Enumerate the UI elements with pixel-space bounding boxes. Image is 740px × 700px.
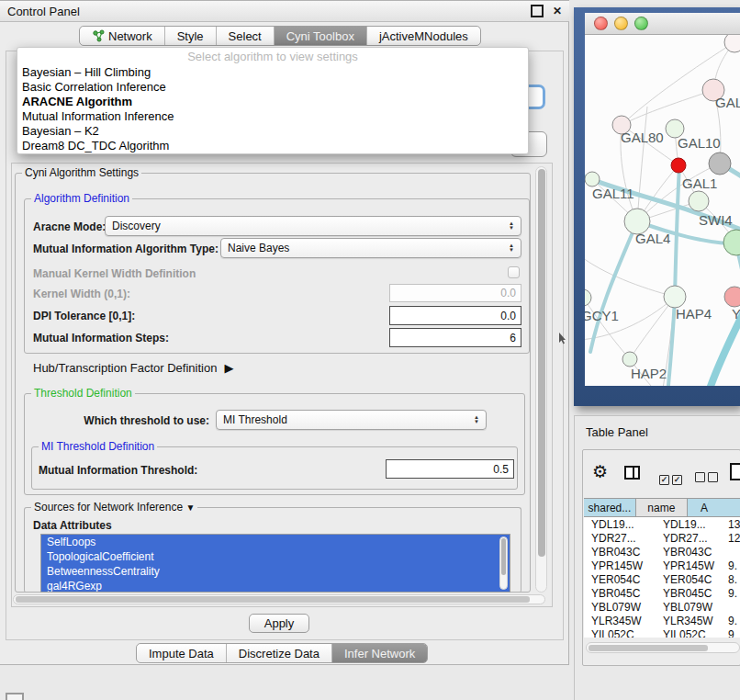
dpi-tolerance-input[interactable]: 0.0 [389,306,521,325]
algorithm-option[interactable]: Bayesian – K2 [17,124,528,139]
dropdown-placeholder: Select algorithm to view settings [17,48,528,65]
list-item[interactable]: BetweennessCentrality [41,564,510,579]
table-row[interactable]: YLR345W YLR345W 9. [584,614,740,627]
tab-cyni-toolbox[interactable]: Cyni Toolbox [275,27,367,45]
node-label: GAL [715,95,740,110]
columns-icon[interactable] [624,466,640,480]
tab-discretize-data[interactable]: Discretize Data [227,644,332,662]
window-close-icon[interactable] [594,17,608,30]
node-unlabeled-top[interactable] [724,35,740,52]
tab-network-label: Network [108,29,152,43]
table-row[interactable]: YIL052C YIL052C 9 [584,627,740,638]
hub-transcription-factor-section[interactable]: Hub/Transcription Factor Definition ▶ [33,361,233,375]
mi-threshold-definition-legend: MI Threshold Definition [39,440,157,453]
manual-kernel-width-checkbox[interactable] [508,266,520,278]
node-red-selected[interactable] [671,158,686,173]
node-gcy1[interactable] [585,289,591,306]
control-panel-titlebar[interactable]: Control Panel ✕ [0,1,569,22]
node-hap4[interactable] [664,286,686,308]
node-gal1[interactable] [689,191,709,211]
algorithm-option-highlighted[interactable]: ARACNE Algorithm [17,95,528,109]
file-icon[interactable] [730,463,740,480]
table-horizontal-scrollbar-thumb[interactable] [589,645,708,651]
algorithm-option[interactable]: Basic Correlation Inference [17,80,528,95]
node-swi4[interactable] [723,230,740,255]
network-graph[interactable]: GAL GAL80 GAL10 GAL1 GAL11 GAL4 SWI4 GCY… [585,35,740,386]
node-salmon[interactable] [724,287,740,307]
settings-vertical-scrollbar[interactable] [535,166,547,593]
window-zoom-icon[interactable] [634,17,648,30]
which-threshold-label: Which threshold to use: [73,414,209,427]
tab-select[interactable]: Select [217,27,275,45]
network-window-titlebar[interactable] [585,13,740,35]
aracne-mode-combobox[interactable]: Discovery ▲▼ [105,216,521,236]
settings-horizontal-scrollbar[interactable] [13,594,545,604]
stepper-icon: ▲▼ [509,243,514,253]
column-header-shared-name[interactable]: shared... [584,498,636,517]
table-row[interactable]: YDR27... YDR27... 12 [584,531,740,545]
apply-button[interactable]: Apply [249,614,309,633]
list-item[interactable]: gal4RGexp [41,579,510,593]
column-header-a[interactable]: A [688,498,740,517]
node-label: GCY1 [585,308,619,323]
tab-infer-network[interactable]: Infer Network [332,644,427,662]
close-icon[interactable]: ✕ [553,5,562,17]
kernel-width-input[interactable]: 0.0 [389,284,521,302]
list-scrollbar-thumb[interactable] [501,538,506,575]
node-label: GAL80 [621,130,664,145]
node-label: Y [732,306,740,322]
unchecked-boxes-icon[interactable] [695,469,721,486]
list-item[interactable]: SelfLoops [41,535,510,549]
mouse-cursor [558,333,566,344]
algorithm-option[interactable]: Dream8 DC_TDC Algorithm [17,139,528,153]
mi-algorithm-type-value: Naive Bayes [228,242,509,254]
node-label: HAP2 [631,366,667,381]
float-panel-icon[interactable] [531,5,544,17]
list-item[interactable]: TopologicalCoefficient [41,549,510,564]
mutual-information-threshold-input[interactable]: 0.5 [386,459,514,479]
node-label: GAL1 [682,175,717,191]
dpi-tolerance-label: DPI Tolerance [0,1]: [33,310,135,322]
tab-style[interactable]: Style [165,27,217,45]
table-row[interactable]: YDL19... YDL19... 13 [584,517,740,531]
cyni-algorithm-settings-legend: Cyni Algorithm Settings [22,166,141,179]
column-header-name[interactable]: name [636,498,688,517]
table-horizontal-scrollbar[interactable] [586,642,740,653]
tab-impute-data[interactable]: Impute Data [137,644,227,662]
gear-icon[interactable]: ⚙ [592,463,608,480]
settings-horizontal-scrollbar-thumb[interactable] [16,596,530,603]
mi-steps-input[interactable]: 6 [389,328,521,347]
aracne-mode-label: Aracne Mode: [33,220,106,233]
algorithm-option[interactable]: Mutual Information Inference [17,109,528,124]
algorithm-option[interactable]: Bayesian – Hill Climbing [17,65,528,80]
mutual-information-threshold-label: Mutual Information Threshold: [39,464,197,477]
tab-jactivemnodules[interactable]: jActiveMNodules [367,27,480,45]
sources-legend[interactable]: Sources for Network Inference ▼ [31,501,197,514]
threshold-definition-legend: Threshold Definition [31,387,135,400]
data-attributes-list[interactable]: SelfLoops TopologicalCoefficient Between… [40,534,510,593]
settings-vertical-scrollbar-thumb[interactable] [538,169,545,557]
checked-boxes-icon[interactable]: ✓✓ [659,469,685,486]
network-canvas[interactable]: GAL GAL80 GAL10 GAL1 GAL11 GAL4 SWI4 GCY… [585,35,740,386]
tab-network[interactable]: Network [80,27,165,45]
window-minimize-icon[interactable] [614,17,628,30]
which-threshold-combobox[interactable]: MI Threshold ▲▼ [216,410,487,430]
node-gal11[interactable] [585,172,600,186]
expanded-arrow-icon: ▼ [185,502,195,513]
collapsed-panel-button[interactable] [6,693,24,700]
mi-steps-label: Mutual Information Steps: [33,332,169,344]
which-threshold-value: MI Threshold [223,413,474,426]
table-body[interactable]: YDL19... YDL19... 13 YDR27... YDR27... 1… [584,517,740,638]
table-row[interactable]: YBR043C YBR043C [584,545,740,559]
node-hap2[interactable] [622,352,637,367]
list-scrollbar[interactable] [499,536,508,590]
mi-algorithm-type-combobox[interactable]: Naive Bayes ▲▼ [220,238,521,258]
node-gray[interactable] [709,152,731,175]
table-panel-title: Table Panel [586,425,648,439]
algorithm-definition-legend: Algorithm Definition [31,192,132,205]
network-icon [92,29,105,42]
table-row[interactable]: YBL079W YBL079W [584,600,740,614]
table-row[interactable]: YBR045C YBR045C 9. [584,586,740,600]
table-row[interactable]: YER054C YER054C 8. [584,572,740,586]
table-row[interactable]: YPR145W YPR145W 9. [584,559,740,572]
